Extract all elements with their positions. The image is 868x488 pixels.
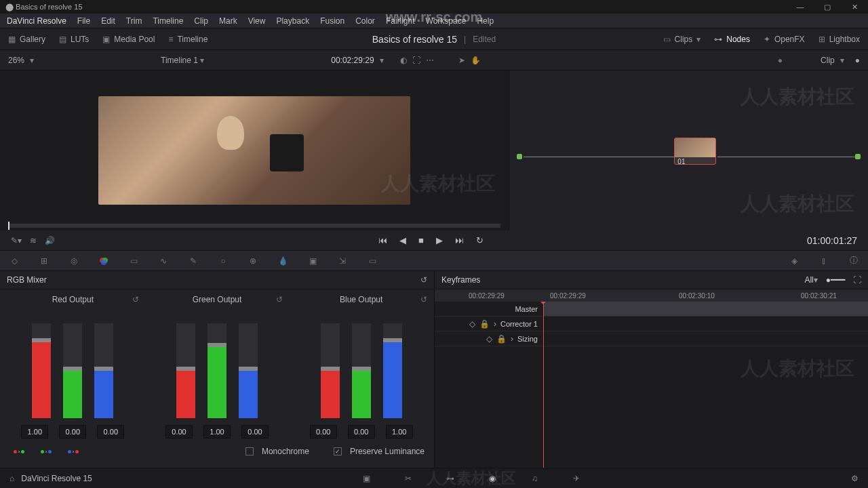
camera-raw-icon[interactable]: ◇ bbox=[8, 255, 20, 267]
viewer-panel[interactable]: 人人素材社区 bbox=[0, 70, 509, 230]
node-input[interactable] bbox=[517, 154, 522, 159]
tab-nodes[interactable]: ⊶Nodes bbox=[714, 35, 750, 44]
curves-icon[interactable]: ∿ bbox=[157, 255, 170, 267]
swap-blue-red[interactable]: › bbox=[64, 447, 83, 456]
hand-icon[interactable]: ✋ bbox=[471, 56, 481, 65]
more-icon[interactable]: ⋯ bbox=[426, 56, 434, 65]
loop-button[interactable]: ↻ bbox=[476, 235, 484, 245]
mixer-value[interactable]: 0.00 bbox=[59, 425, 86, 439]
tab-openfx[interactable]: ✦OpenFX bbox=[764, 35, 805, 44]
project-settings-icon[interactable]: ⚙ bbox=[851, 474, 859, 483]
node-01[interactable]: 01 bbox=[674, 138, 716, 165]
pointer-icon[interactable]: ➤ bbox=[458, 56, 465, 65]
step-back-button[interactable]: ◀ bbox=[399, 235, 406, 245]
motion-icon[interactable]: ▭ bbox=[127, 255, 140, 267]
swap-green-blue[interactable]: › bbox=[37, 447, 56, 456]
picker-icon[interactable]: ✎▾ bbox=[11, 236, 22, 245]
timeline-timecode[interactable]: 00:02:29:29 bbox=[331, 56, 374, 65]
chevron-down-icon[interactable]: ▾ bbox=[30, 56, 34, 65]
page-color[interactable]: ◉ bbox=[485, 471, 500, 486]
keyframe-ruler[interactable]: 00:02:29:29 00:02:29:29 00:02:30:10 00:0… bbox=[435, 289, 868, 302]
clip-dropdown[interactable]: Clip bbox=[821, 56, 835, 65]
menu-help[interactable]: Help bbox=[477, 16, 494, 26]
tracking-icon[interactable]: ⊕ bbox=[247, 255, 259, 267]
lock-icon[interactable]: 🔒 bbox=[496, 334, 507, 344]
tab-timeline[interactable]: ≡Timeline bbox=[168, 35, 208, 44]
zoom-dropdown[interactable]: 26% bbox=[8, 56, 24, 65]
qualifier-icon[interactable]: ✎ bbox=[187, 255, 199, 267]
home-icon[interactable]: ⌂ bbox=[9, 474, 14, 483]
tab-mediapool[interactable]: ▣Media Pool bbox=[102, 35, 155, 44]
mixer-value[interactable]: 1.00 bbox=[203, 425, 231, 439]
mixer-slider[interactable] bbox=[63, 323, 82, 418]
mixer-value[interactable]: 0.00 bbox=[97, 425, 124, 439]
rgb-mixer-icon[interactable] bbox=[98, 255, 110, 267]
mixer-value[interactable]: 0.00 bbox=[310, 425, 337, 439]
mixer-slider[interactable] bbox=[352, 323, 371, 418]
keyframe-diamond-icon[interactable]: ◇ bbox=[486, 334, 492, 344]
scopes-icon[interactable]: ⫿ bbox=[818, 255, 830, 267]
keyframe-playhead[interactable] bbox=[543, 302, 544, 468]
info-icon[interactable]: ⓘ bbox=[848, 255, 860, 267]
mixer-value[interactable]: 0.00 bbox=[241, 425, 269, 439]
chevron-down-icon[interactable]: ▾ bbox=[200, 56, 204, 65]
stereo-icon[interactable]: ▭ bbox=[366, 255, 378, 267]
page-fairlight[interactable]: ♫ bbox=[527, 471, 542, 486]
kf-row-sizing[interactable]: ◇🔒›Sizing bbox=[435, 331, 868, 346]
chevron-down-icon[interactable]: ▾ bbox=[840, 56, 844, 65]
viewer-scrubber[interactable] bbox=[8, 224, 500, 228]
chevron-right-icon[interactable]: › bbox=[511, 334, 513, 344]
reset-icon[interactable]: ↺ bbox=[132, 295, 139, 304]
chevron-right-icon[interactable]: › bbox=[494, 319, 496, 329]
mute-icon[interactable]: 🔊 bbox=[45, 236, 55, 245]
menu-playback[interactable]: Playback bbox=[276, 16, 309, 26]
expand-icon[interactable]: ⛶ bbox=[412, 56, 420, 65]
wheels-icon[interactable]: ◎ bbox=[68, 255, 80, 267]
play-button[interactable]: ▶ bbox=[436, 235, 443, 245]
swap-red-green[interactable]: › bbox=[9, 447, 28, 456]
menu-trim[interactable]: Trim bbox=[126, 16, 142, 26]
mixer-slider[interactable] bbox=[383, 323, 402, 418]
window-icon[interactable]: ○ bbox=[217, 255, 229, 267]
menu-fusion[interactable]: Fusion bbox=[320, 16, 344, 26]
mixer-slider[interactable] bbox=[176, 323, 195, 418]
close-button[interactable]: ✕ bbox=[841, 0, 868, 14]
node-graph[interactable]: 01 人人素材社区 人人素材社区 bbox=[509, 70, 868, 230]
prev-clip-button[interactable]: ⏮ bbox=[378, 235, 387, 245]
node-output[interactable] bbox=[855, 154, 861, 159]
next-clip-button[interactable]: ⏭ bbox=[455, 235, 464, 245]
mixer-slider[interactable] bbox=[239, 323, 258, 418]
mixer-slider[interactable] bbox=[94, 323, 113, 418]
color-match-icon[interactable]: ⊞ bbox=[38, 255, 50, 267]
zoom-slider[interactable]: ●━━━ bbox=[826, 275, 845, 285]
mixer-slider[interactable] bbox=[208, 323, 226, 418]
mixer-slider[interactable] bbox=[321, 323, 340, 418]
menu-file[interactable]: File bbox=[77, 16, 90, 26]
page-edit[interactable]: ✂ bbox=[401, 471, 416, 486]
menu-fairlight[interactable]: Fairlight bbox=[386, 16, 415, 26]
mixer-value[interactable]: 0.00 bbox=[348, 425, 375, 439]
mixer-value[interactable]: 1.00 bbox=[386, 425, 413, 439]
menu-color[interactable]: Color bbox=[355, 16, 375, 26]
page-fusion[interactable]: ⊶ bbox=[443, 471, 458, 486]
menu-edit[interactable]: Edit bbox=[101, 16, 115, 26]
chevron-down-icon[interactable]: ▾ bbox=[380, 56, 384, 65]
kf-row-corrector[interactable]: ◇🔒›Corrector 1 bbox=[435, 317, 868, 331]
lock-icon[interactable]: 🔒 bbox=[479, 319, 490, 329]
tab-gallery[interactable]: ▦Gallery bbox=[8, 35, 45, 44]
blur-icon[interactable]: 💧 bbox=[277, 255, 289, 267]
timeline-name[interactable]: Timeline 1 bbox=[161, 56, 198, 65]
slider-dot[interactable]: ● bbox=[855, 56, 860, 65]
keyframe-mode-icon[interactable]: ◈ bbox=[788, 255, 800, 267]
maximize-button[interactable]: ▢ bbox=[814, 0, 841, 14]
menu-clip[interactable]: Clip bbox=[194, 16, 208, 26]
mixer-slider[interactable] bbox=[32, 323, 51, 418]
minimize-button[interactable]: — bbox=[787, 0, 814, 14]
mixer-value[interactable]: 1.00 bbox=[21, 425, 48, 439]
tab-lightbox[interactable]: ⊞Lightbox bbox=[818, 35, 860, 44]
tab-luts[interactable]: ▤LUTs bbox=[59, 35, 89, 44]
page-deliver[interactable]: ✈ bbox=[569, 471, 584, 486]
monochrome-checkbox[interactable] bbox=[245, 447, 254, 455]
stop-button[interactable]: ■ bbox=[418, 235, 424, 245]
chevron-down-icon[interactable]: ▾ bbox=[814, 275, 818, 285]
